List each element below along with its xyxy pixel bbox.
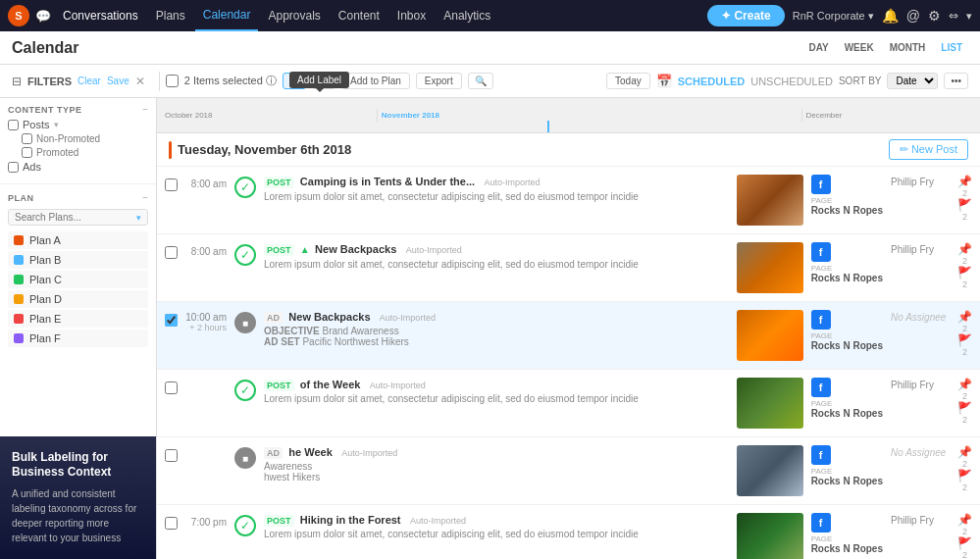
settings-icon[interactable]: ⚙ [928,8,941,24]
post-2-page-name: Rocks N Ropes [811,273,883,283]
post-2-auto: Auto-Imported [406,245,462,255]
post-6-pin-count: 2 [962,527,967,536]
plan-item-d[interactable]: Plan D [8,290,148,308]
post-4-pin-count: 2 [962,391,967,401]
pin-icon[interactable]: 📌 [957,175,972,188]
post-1-type-badge: POST [264,177,294,188]
non-promoted-checkbox[interactable] [22,133,32,144]
tab-conversations[interactable]: Conversations [55,0,146,31]
plan-item-f[interactable]: Plan F [8,330,148,347]
nav-conversations-icon: 💬 [35,9,51,24]
post-2-pin-icon[interactable]: 📌 [957,242,972,256]
timeline-oct: October 2018 [161,109,378,122]
create-button[interactable]: ✦ Create [707,5,785,26]
post-4-auto: Auto-Imported [370,381,426,390]
expand-icon[interactable]: ⇔ [949,9,958,23]
notification-icon[interactable]: 🔔 [882,8,899,24]
timeline-nov: November 2018 [378,109,802,122]
overlay-title: Bulk Labeling for Business Context [12,450,144,481]
view-day-button[interactable]: DAY [802,40,834,55]
post-5-title: he Week [288,446,332,458]
post-3-content: AD New Backpacks Auto-Imported OBJECTIVE… [256,310,737,347]
post-3-fb-icon: f [811,310,831,330]
plan-collapse-icon[interactable]: − [142,192,148,203]
post-6-fb-icon: f [811,513,831,533]
tab-plans[interactable]: Plans [148,0,193,31]
view-month-button[interactable]: MONTH [884,40,932,55]
post-5-checkbox[interactable] [165,449,178,462]
plan-item-b[interactable]: Plan B [8,251,148,269]
view-list-button[interactable]: LIST [935,40,968,55]
plan-search-dropdown-icon[interactable]: ▾ [136,213,141,223]
tab-analytics[interactable]: Analytics [436,0,498,31]
plan-item-e[interactable]: Plan E [8,310,148,328]
more-options-button[interactable]: ••• [944,73,968,89]
export-button[interactable]: Export [416,73,462,89]
tab-inbox[interactable]: Inbox [389,0,434,31]
close-filters-icon[interactable]: ✕ [135,75,145,88]
post-4-checkbox[interactable] [165,381,178,394]
post-4-status-icon: ✓ [234,380,256,401]
post-1-desc: Lorem ipsum dolor sit amet, consectetur … [264,190,729,204]
post-2-checkbox[interactable] [165,246,178,259]
plan-item-a[interactable]: Plan A [8,231,148,249]
calendar-icon[interactable]: 📅 [656,74,672,88]
company-name[interactable]: RnR Corporate ▾ [793,10,874,23]
day-header-text: Tuesday, November 6th 2018 [178,142,351,157]
post-row-3: 10:00 am + 2 hours ■ AD New Backpacks Au… [157,302,980,370]
post-5-type-badge: AD [264,447,283,459]
tab-calendar[interactable]: Calendar [195,0,259,31]
user-icon[interactable]: @ [906,8,920,24]
post-5-desc: Awareness [264,461,729,472]
posts-checkbox[interactable] [8,120,19,130]
post-3-checkbox[interactable] [165,314,178,327]
post-1-time: 8:00 am [178,175,234,189]
view-toggle: DAY WEEK MONTH LIST [802,40,968,55]
new-post-button[interactable]: ✏ New Post [889,139,968,160]
content-type-label: CONTENT TYPE [8,105,82,115]
toolbar: ⊟ FILTERS Clear Save ✕ 2 Items selected … [0,65,980,98]
promoted-item: Promoted [8,147,148,158]
today-button[interactable]: Today [606,73,650,89]
post-1-checkbox[interactable] [165,178,178,191]
post-1-flag-count: 2 [962,212,967,222]
post-1-title: Camping is in Tents & Under the... [300,176,475,187]
promoted-checkbox[interactable] [22,147,32,158]
ads-checkbox[interactable] [8,162,19,173]
plan-search-input[interactable] [15,212,132,223]
scheduled-button[interactable]: SCHEDULED [678,76,745,87]
chevron-down-icon[interactable]: ▾ [966,10,972,23]
sort-select[interactable]: Date [887,73,938,89]
plan-item-c[interactable]: Plan C [8,271,148,288]
select-all-checkbox[interactable] [166,75,179,87]
post-3-pin-icon[interactable]: 📌 [957,310,972,324]
filter-icon: ⊟ [12,75,22,88]
post-6-pin-icon[interactable]: 📌 [957,513,972,527]
post-6-checkbox[interactable] [165,517,178,530]
post-1-social: f PAGE Rocks N Ropes [803,175,891,216]
post-2-flag-icon[interactable]: 🚩 [957,266,972,280]
post-3-flag-icon[interactable]: 🚩 [957,333,972,347]
post-6-time: 7:00 pm [178,513,234,528]
post-5-flag-icon[interactable]: 🚩 [957,469,972,483]
post-4-pin-icon[interactable]: 📌 [957,378,972,391]
post-4-image [737,378,803,429]
content-type-collapse-icon[interactable]: − [142,104,148,115]
post-5-pin-icon[interactable]: 📌 [957,445,972,459]
unscheduled-button[interactable]: UNSCHEDULED [750,76,833,87]
post-3-assignee: No Assignee [891,310,957,323]
add-to-plan-button[interactable]: Add to Plan [341,73,410,89]
post-4-flag-icon[interactable]: 🚩 [957,401,972,415]
search-button[interactable]: 🔍 [468,73,493,89]
view-week-button[interactable]: WEEK [839,40,880,55]
tab-content[interactable]: Content [331,0,387,31]
post-1-image [737,175,803,226]
post-6-page-label: PAGE [811,534,833,543]
clear-filters-button[interactable]: Clear [77,76,101,86]
flag-icon[interactable]: 🚩 [957,198,972,212]
save-filters-button[interactable]: Save [107,76,129,86]
plan-f-label: Plan F [29,332,61,344]
tab-approvals[interactable]: Approvals [260,0,328,31]
post-6-flag-icon[interactable]: 🚩 [957,536,972,550]
add-label-tooltip: Add Label [289,72,349,88]
